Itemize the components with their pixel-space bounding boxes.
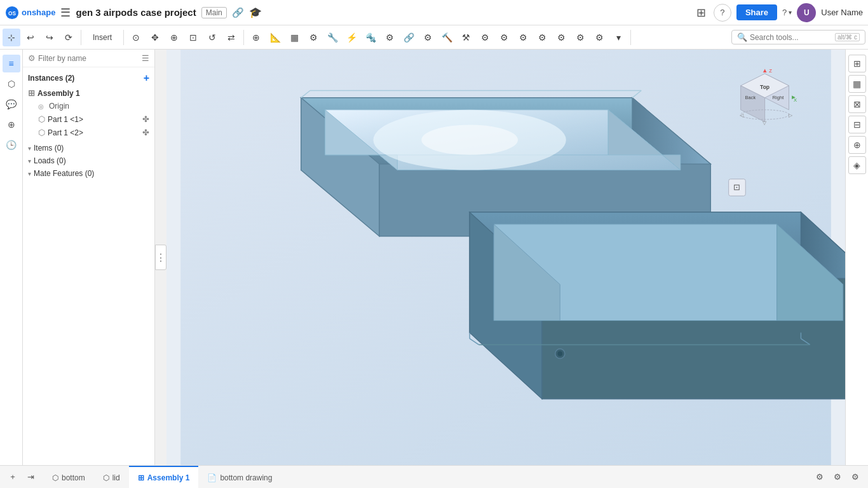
svg-text:▷: ▷ [789, 112, 793, 118]
svg-text:OS: OS [8, 10, 16, 16]
assembly-tool16[interactable]: ⚙ [590, 29, 608, 46]
rotate-tool[interactable]: ↺ [203, 29, 221, 46]
svg-text:Z: Z [769, 68, 772, 74]
left-icon-strip: ≡ ⬡ 💬 ⊕ 🕒 [0, 50, 23, 465]
filter-icon[interactable]: ⚙ [28, 53, 36, 63]
branch-badge[interactable]: Main [201, 7, 227, 18]
assembly-tool5[interactable]: ⚙ [381, 29, 398, 46]
help-dropdown[interactable]: ? ▾ [782, 8, 792, 17]
mate-features-label: Mate Features (0) [34, 169, 94, 178]
assembly1-tree-item[interactable]: ⊞ Assembly 1 [23, 86, 154, 100]
bottom-left-controls: + ⇥ [5, 470, 38, 485]
flip-tool[interactable]: ⇄ [222, 29, 240, 46]
detail-view-button[interactable]: ⊞ [848, 55, 866, 72]
part1-mate-icon[interactable]: ✤ [142, 114, 149, 124]
tab-lid-icon: ⬡ [103, 473, 109, 482]
assembly-tool7[interactable]: ⚙ [419, 29, 437, 46]
section-view[interactable]: ▦ [285, 29, 303, 46]
loads-collapsible[interactable]: ▾ Loads (0) [23, 154, 154, 167]
section-view-button[interactable]: ▦ [848, 75, 866, 93]
tab-bottom-drawing[interactable]: 📄 bottom drawing [198, 466, 281, 489]
snap-tool[interactable]: ⊕ [247, 29, 265, 46]
link-icon[interactable]: 🔗 [232, 7, 244, 18]
more-tools[interactable]: ▾ [609, 29, 627, 46]
assembly-tool15[interactable]: ⚙ [571, 29, 589, 46]
instances-section: Instances (2) + ⊞ Assembly 1 ◎ Origin ⬡ … [23, 67, 154, 142]
feature-tree-icon[interactable]: ≡ [3, 55, 20, 72]
instances-header: Instances (2) + [23, 70, 154, 86]
assembly-tool2[interactable]: 🔧 [323, 29, 341, 46]
zoom-fit[interactable]: ⊡ [184, 29, 202, 46]
insert-button[interactable]: Insert [85, 29, 120, 46]
assembly-tool6[interactable]: 🔗 [400, 29, 417, 46]
toolbar: ⊹ ↩ ↪ ⟳ Insert ⊙ ✥ ⊕ ⊡ ↺ ⇄ ⊕ 📐 ▦ ⚙ 🔧 ⚡ 🔩… [0, 25, 868, 50]
part1-icon: ⬡ [38, 114, 45, 124]
assembly-tool10[interactable]: ⚙ [476, 29, 494, 46]
top-bar: OS onshape ☰ gen 3 airpods case project … [0, 0, 868, 25]
assembly-tool4[interactable]: 🔩 [362, 29, 379, 46]
bottom-tabs: + ⇥ ⬡ bottom ⬡ lid ⊞ Assembly 1 📄 bottom… [0, 465, 868, 488]
broken-view-button[interactable]: ⊠ [848, 95, 866, 113]
sidebar-header: ⚙ ☰ [23, 50, 154, 67]
project-title: gen 3 airpods case project [76, 7, 196, 18]
parts-icon[interactable]: ⬡ [3, 75, 20, 93]
assembly-tool14[interactable]: ⚙ [552, 29, 570, 46]
part2-icon: ⬡ [38, 128, 45, 137]
move-tab-button[interactable]: ⇥ [23, 470, 38, 485]
measure-tool[interactable]: 📐 [266, 29, 284, 46]
tab-options-button2[interactable]: ⚙ [830, 470, 845, 485]
render-button[interactable]: ◈ [848, 156, 866, 174]
svg-text:⊡: ⊡ [733, 182, 740, 192]
history-icon[interactable]: 🕒 [3, 136, 20, 154]
hamburger-icon[interactable]: ☰ [60, 6, 71, 20]
main-area: ≡ ⬡ 💬 ⊕ 🕒 ⚙ ☰ Instances (2) + ⊞ Assembly… [0, 50, 868, 465]
assembly-tool3[interactable]: ⚡ [342, 29, 360, 46]
assembly-tool13[interactable]: ⚙ [533, 29, 551, 46]
grid-view-icon[interactable]: ⊞ [696, 6, 706, 20]
viewport-svg: Top Right Back ▲ ► Z X ◁ ▷ ▽ ⊡ [166, 50, 845, 465]
help-button[interactable]: ? [714, 4, 731, 22]
part1-tree-item[interactable]: ⬡ Part 1 <1> ✤ [23, 112, 154, 126]
tab-lid[interactable]: ⬡ lid [94, 466, 129, 489]
reconstruct-button[interactable]: ⟳ [60, 29, 78, 46]
assembly-tool12[interactable]: ⚙ [514, 29, 532, 46]
orbit-tool[interactable]: ⊙ [127, 29, 145, 46]
mate-features-collapsible[interactable]: ▾ Mate Features (0) [23, 167, 154, 180]
comments-icon[interactable]: 💬 [3, 95, 20, 113]
add-instance-button[interactable]: + [144, 72, 149, 84]
explode-button[interactable]: ⊕ [848, 136, 866, 154]
part2-mate-icon[interactable]: ✤ [142, 128, 149, 137]
pan-tool[interactable]: ✥ [146, 29, 164, 46]
tab-lid-label: lid [112, 473, 120, 482]
tab-options-button3[interactable]: ⚙ [848, 470, 863, 485]
tab-options-button1[interactable]: ⚙ [812, 470, 827, 485]
sidebar-filter-input[interactable] [38, 54, 139, 63]
zoom-tool[interactable]: ⊕ [165, 29, 183, 46]
list-view-icon[interactable]: ☰ [142, 53, 149, 63]
assembly-tool11[interactable]: ⚙ [495, 29, 513, 46]
tab-assembly1[interactable]: ⊞ Assembly 1 [129, 466, 199, 489]
mate-features-collapse-arrow: ▾ [28, 170, 31, 177]
origin-label: Origin [49, 102, 69, 111]
crop-view-button[interactable]: ⊟ [848, 116, 866, 133]
graduation-icon[interactable]: 🎓 [249, 6, 262, 18]
mates-icon[interactable]: ⊕ [3, 116, 20, 133]
avatar[interactable]: U [797, 3, 816, 22]
panel-resize-handle[interactable]: ⋮ [155, 245, 166, 270]
search-icon: 🔍 [737, 32, 747, 42]
assembly-tool8[interactable]: 🔨 [438, 29, 456, 46]
assembly-tool1[interactable]: ⚙ [304, 29, 322, 46]
select-tool[interactable]: ⊹ [3, 29, 20, 46]
share-button[interactable]: Share [736, 4, 777, 20]
origin-tree-item[interactable]: ◎ Origin [23, 100, 154, 112]
assembly-tool9[interactable]: ⚒ [457, 29, 475, 46]
tab-bottom[interactable]: ⬡ bottom [43, 466, 94, 489]
redo-button[interactable]: ↪ [41, 29, 58, 46]
search-tools-input[interactable] [750, 33, 832, 42]
part2-tree-item[interactable]: ⬡ Part 1 <2> ✤ [23, 126, 154, 139]
search-shortcut-badge: alt/⌘ c [835, 33, 860, 41]
undo-button[interactable]: ↩ [22, 29, 39, 46]
items-collapsible[interactable]: ▾ Items (0) [23, 142, 154, 154]
new-tab-button[interactable]: + [5, 470, 20, 485]
viewport-3d[interactable]: Top Right Back ▲ ► Z X ◁ ▷ ▽ ⊡ [166, 50, 845, 465]
